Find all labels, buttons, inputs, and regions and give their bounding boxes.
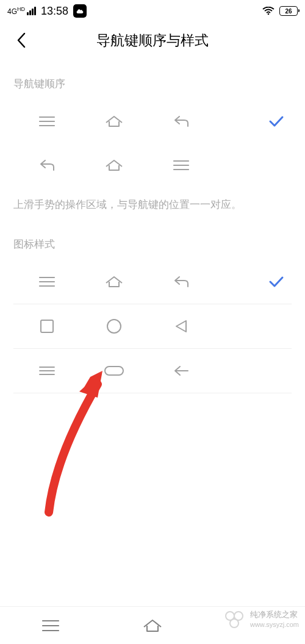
section-label-style: 图标样式 [0, 219, 305, 260]
back-outline-icon [169, 273, 193, 291]
home-outline-icon [102, 273, 126, 291]
page-title: 导航键顺序与样式 [12, 31, 293, 50]
menu-icon [41, 619, 60, 632]
back-icon [169, 112, 193, 131]
arrow-left-icon [169, 362, 193, 380]
menu-icon [169, 156, 193, 174]
nav-home-button[interactable] [102, 619, 204, 632]
svg-point-2 [107, 320, 121, 333]
nav-menu-button[interactable] [0, 619, 102, 632]
svg-rect-1 [41, 320, 53, 332]
pill-icon [102, 362, 126, 380]
triangle-icon [169, 317, 193, 335]
square-icon [35, 317, 59, 335]
svg-rect-3 [105, 367, 123, 375]
watermark-url: www.sysyzj.com [250, 620, 299, 629]
watermark: 纯净系统之家 www.sysyzj.com [222, 607, 299, 632]
menu-icon [35, 112, 59, 131]
svg-point-7 [230, 619, 239, 628]
status-time: 13:58 [41, 5, 68, 18]
status-left: 4GHD 13:58 [7, 4, 87, 18]
home-icon [102, 156, 126, 174]
order-option-2[interactable] [0, 143, 305, 187]
hint-text: 上滑手势的操作区域，与导航键的位置一一对应。 [0, 187, 305, 219]
watermark-title: 纯净系统之家 [250, 610, 299, 620]
header: 导航键顺序与样式 [0, 22, 305, 59]
battery-indicator: 26 [279, 6, 298, 16]
cloud-icon [73, 4, 87, 18]
style-option-2[interactable] [0, 304, 305, 348]
check-icon [261, 276, 292, 288]
order-option-1[interactable] [0, 99, 305, 143]
back-icon [35, 156, 59, 174]
home-icon [143, 619, 162, 632]
home-icon [102, 112, 126, 131]
menu-lines-icon [35, 273, 59, 291]
check-icon [261, 115, 292, 127]
section-label-order: 导航键顺序 [0, 59, 305, 99]
wifi-icon [262, 7, 274, 15]
chevron-left-icon [16, 32, 26, 48]
style-option-3[interactable] [0, 349, 305, 393]
circle-icon [102, 317, 126, 335]
signal-indicator: 4GHD [7, 7, 36, 15]
watermark-logo-icon [222, 607, 246, 632]
menu-thin-icon [35, 362, 59, 380]
status-right: 26 [262, 6, 298, 16]
style-option-1[interactable] [0, 260, 305, 304]
back-button[interactable] [12, 31, 30, 49]
svg-point-0 [268, 13, 270, 15]
status-bar: 4GHD 13:58 26 [0, 0, 305, 22]
